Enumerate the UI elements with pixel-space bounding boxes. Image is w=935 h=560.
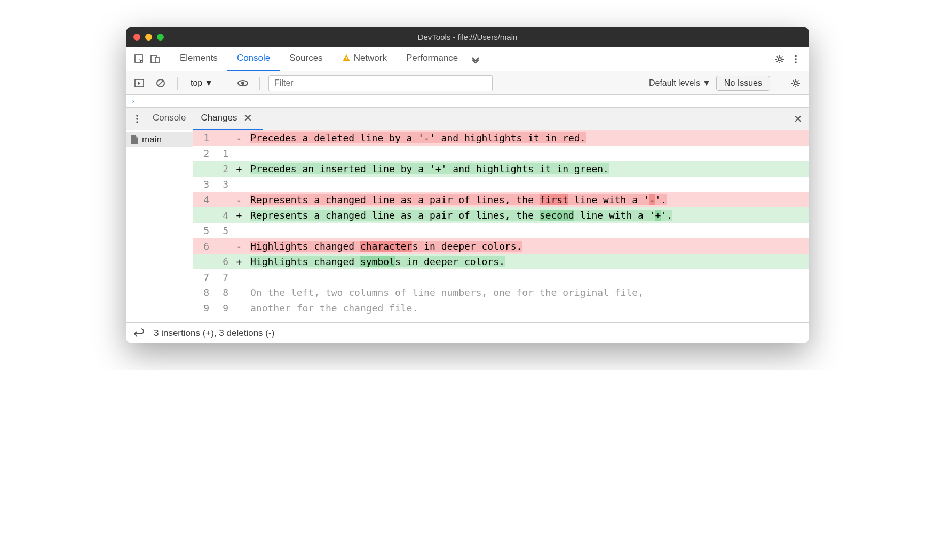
console-settings-icon[interactable] (788, 75, 804, 91)
diff-view[interactable]: 1-Precedes a deleted line by a '-' and h… (193, 130, 809, 322)
diff-marker: - (232, 192, 247, 207)
svg-rect-2 (155, 57, 159, 63)
dropdown-icon: ▼ (702, 78, 711, 88)
gutter-separator (247, 130, 247, 146)
diff-code: Precedes an inserted line by a '+' and h… (250, 161, 809, 177)
svg-point-6 (795, 55, 797, 57)
close-drawer-icon[interactable]: ✕ (790, 113, 806, 125)
gutter-separator (247, 192, 247, 207)
device-toolbar-icon[interactable] (147, 51, 163, 67)
diff-row: 99another for the changed file. (193, 300, 809, 316)
divider (177, 77, 178, 90)
context-selector[interactable]: top ▼ (186, 76, 217, 90)
line-number-old: 2 (193, 146, 212, 161)
drawer-tab-bar: Console Changes ✕ ✕ (126, 108, 809, 130)
gutter-separator (247, 146, 247, 161)
drawer-menu-icon[interactable] (129, 111, 145, 127)
window-title: DevTools - file:///Users/main (126, 33, 809, 42)
filter-input[interactable] (268, 75, 493, 91)
line-number-old: 4 (193, 192, 212, 207)
line-number-old: 7 (193, 269, 212, 285)
chevron-right-icon: › (131, 97, 136, 105)
diff-row: 2+Precedes an inserted line by a '+' and… (193, 161, 809, 177)
gutter-separator (247, 223, 247, 238)
line-number-old (193, 254, 212, 269)
tab-performance[interactable]: Performance (397, 47, 468, 71)
line-number-old: 1 (193, 130, 212, 146)
traffic-lights (133, 34, 164, 41)
revert-icon[interactable] (133, 327, 145, 339)
line-number-new: 3 (212, 177, 232, 192)
live-expression-icon[interactable] (235, 75, 251, 91)
drawer-tab-changes-label: Changes (201, 113, 237, 123)
line-number-new: 9 (212, 300, 232, 316)
clear-console-icon[interactable] (153, 75, 169, 91)
diff-row: 6+Highlights changed symbols in deeper c… (193, 254, 809, 269)
diff-code: another for the changed file. (250, 300, 809, 316)
gutter-separator (247, 269, 247, 285)
drawer-tab-console[interactable]: Console (145, 108, 193, 130)
diff-row: 6-Highlights changed characters in deepe… (193, 238, 809, 254)
diff-row: 4+Represents a changed line as a pair of… (193, 207, 809, 223)
tab-console[interactable]: Console (227, 47, 280, 71)
settings-icon[interactable] (772, 51, 788, 67)
line-number-new: 8 (212, 285, 232, 300)
svg-point-5 (778, 58, 781, 61)
divider (779, 77, 779, 90)
minimize-window-button[interactable] (145, 34, 152, 41)
diff-marker: - (232, 130, 247, 146)
console-toolbar: top ▼ Default levels ▼ No Issues (126, 71, 809, 95)
diff-marker (232, 177, 247, 192)
svg-point-16 (136, 118, 138, 120)
tab-sources[interactable]: Sources (280, 47, 332, 71)
context-label: top (191, 78, 202, 88)
issues-button[interactable]: No Issues (716, 76, 770, 91)
svg-point-15 (136, 115, 138, 117)
line-number-new: 2 (212, 161, 232, 177)
line-number-new: 1 (212, 146, 232, 161)
main-tab-bar: Elements Console Sources Network Perform… (126, 47, 809, 71)
line-number-old: 9 (193, 300, 212, 316)
line-number-new: 4 (212, 207, 232, 223)
line-number-new: 6 (212, 254, 232, 269)
zoom-window-button[interactable] (157, 34, 164, 41)
tab-elements[interactable]: Elements (170, 47, 227, 71)
console-prompt[interactable]: › (126, 95, 809, 108)
inspect-element-icon[interactable] (131, 51, 147, 67)
gutter-separator (247, 207, 247, 223)
tab-network-label: Network (354, 53, 387, 63)
sidebar-toggle-icon[interactable] (131, 75, 147, 91)
log-levels-selector[interactable]: Default levels ▼ (649, 78, 711, 88)
diff-code: Represents a changed line as a pair of l… (250, 192, 809, 207)
gutter-separator (247, 238, 247, 254)
line-number-old: 8 (193, 285, 212, 300)
diff-code (250, 146, 809, 161)
file-tree-item[interactable]: main (126, 132, 193, 147)
line-number-old: 3 (193, 177, 212, 192)
diff-marker: + (232, 254, 247, 269)
gutter-separator (247, 285, 247, 300)
close-window-button[interactable] (133, 34, 140, 41)
line-number-old (193, 161, 212, 177)
changes-statusbar: 3 insertions (+), 3 deletions (-) (126, 322, 809, 343)
divider (259, 77, 260, 90)
titlebar: DevTools - file:///Users/main (126, 27, 809, 47)
line-number-old: 6 (193, 238, 212, 254)
diff-marker (232, 269, 247, 285)
drawer-tab-changes[interactable]: Changes ✕ (193, 108, 263, 130)
diff-row: 4-Represents a changed line as a pair of… (193, 192, 809, 207)
dropdown-icon: ▼ (204, 78, 213, 88)
tab-network[interactable]: Network (332, 47, 397, 71)
close-tab-icon[interactable]: ✕ (240, 111, 256, 124)
svg-point-14 (794, 82, 797, 85)
kebab-menu-icon[interactable] (788, 51, 804, 67)
gutter-separator (247, 177, 247, 192)
diff-code: Precedes a deleted line by a '-' and hig… (250, 130, 809, 146)
warning-icon (342, 54, 351, 62)
file-icon (130, 135, 139, 145)
svg-point-7 (795, 58, 797, 60)
diff-code (250, 177, 809, 192)
more-tabs-icon[interactable] (468, 51, 484, 67)
diff-marker: + (232, 207, 247, 223)
diff-marker: + (232, 161, 247, 177)
